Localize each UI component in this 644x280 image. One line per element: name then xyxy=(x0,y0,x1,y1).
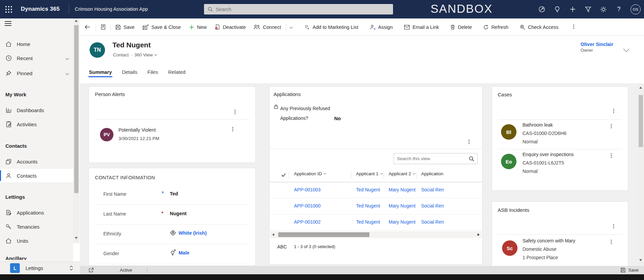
compass-icon[interactable] xyxy=(538,6,545,13)
global-search-input[interactable] xyxy=(216,7,389,12)
add-to-marketing-list-button[interactable]: Add to Marketing List xyxy=(300,21,362,33)
applicant1-link[interactable]: Ted Nugent xyxy=(356,187,380,192)
column-header-application-type[interactable]: Application xyxy=(421,171,443,176)
scroll-up-icon[interactable] xyxy=(75,20,78,22)
jump-bar[interactable]: ABC xyxy=(277,244,287,249)
save-and-close-button[interactable]: Save & Close xyxy=(139,21,185,33)
email-a-link-button[interactable]: Email a Link xyxy=(400,21,443,33)
sidebar-item-home[interactable]: Home xyxy=(0,37,73,51)
card-more-options[interactable] xyxy=(610,223,617,230)
grid-horizontal-scrollbar[interactable] xyxy=(270,231,482,238)
scroll-up-icon[interactable] xyxy=(639,87,642,89)
refresh-button[interactable]: Refresh xyxy=(479,21,512,33)
app-name[interactable]: Crimson Housing Association App xyxy=(75,6,148,12)
chevron-down-icon[interactable] xyxy=(66,72,69,75)
header-expand-chevron-icon[interactable] xyxy=(623,46,629,52)
sidebar-item-pinned[interactable]: Pinned xyxy=(0,66,73,80)
view-search-input[interactable] xyxy=(397,156,466,161)
application-type-link[interactable]: Social Ren xyxy=(421,219,482,225)
last-name-value[interactable]: Nugent xyxy=(170,211,187,216)
form-selector-button[interactable] xyxy=(97,21,110,33)
check-access-button[interactable]: Check Access xyxy=(516,21,562,33)
product-title[interactable]: Dynamics 365 xyxy=(21,6,60,12)
sidebar-item-contacts[interactable]: Contacts xyxy=(0,169,73,182)
tab-files[interactable]: Files xyxy=(147,66,158,79)
sidebar-item-recent[interactable]: Recent xyxy=(0,51,73,65)
footer-save-button[interactable]: Save xyxy=(621,268,639,273)
select-all-checkmark-icon[interactable] xyxy=(281,173,286,177)
alert-avatar[interactable]: PV xyxy=(100,128,113,141)
view-selector[interactable]: 360 View xyxy=(134,52,153,57)
application-id-link[interactable]: APP-001000 xyxy=(294,203,320,208)
new-button[interactable]: New xyxy=(185,21,211,33)
table-row[interactable]: APP-001000 Ted Nugent Mary Nugent Social… xyxy=(269,198,482,215)
scrollbar-thumb[interactable] xyxy=(639,95,643,147)
applicant1-link[interactable]: Ted Nugent xyxy=(356,219,380,225)
scroll-right-icon[interactable] xyxy=(478,233,480,236)
item-more-options[interactable] xyxy=(229,126,236,133)
sidebar-item-accounts[interactable]: Accounts xyxy=(0,155,73,168)
area-switcher-icon[interactable] xyxy=(69,265,74,271)
card-more-options[interactable] xyxy=(465,139,472,146)
gear-icon[interactable] xyxy=(600,6,607,13)
sidebar-item-activities[interactable]: Activities xyxy=(0,118,73,131)
form-scrollbar[interactable] xyxy=(638,84,644,265)
sidebar-item-units[interactable]: Units xyxy=(0,234,73,247)
scroll-down-icon[interactable] xyxy=(75,237,78,239)
refused-applications-value[interactable]: No xyxy=(334,116,341,121)
case-avatar[interactable]: Bl xyxy=(501,124,516,140)
scrollbar-thumb[interactable] xyxy=(278,232,369,237)
lightbulb-icon[interactable] xyxy=(553,6,561,13)
waffle-icon[interactable] xyxy=(5,6,7,7)
case-avatar[interactable]: Eo xyxy=(501,154,516,169)
chevron-down-icon[interactable] xyxy=(66,56,69,60)
column-header-application-id[interactable]: Application ID xyxy=(294,171,326,176)
application-id-link[interactable]: APP-001002 xyxy=(294,219,320,225)
item-more-options[interactable] xyxy=(608,123,614,130)
global-search-box[interactable] xyxy=(204,4,393,14)
list-item[interactable]: Bathroom leak CAS-01000-D2D6H6 Normal xyxy=(523,121,566,146)
item-more-options[interactable] xyxy=(608,152,614,160)
application-type-link[interactable]: Social Ren xyxy=(421,187,482,192)
applicant2-link[interactable]: Mary Nugent xyxy=(389,203,415,208)
assign-button[interactable]: Assign xyxy=(366,21,397,33)
applicant1-link[interactable]: Ted Nugent xyxy=(356,203,380,208)
gender-lookup[interactable]: Male xyxy=(170,249,189,256)
sidebar-item-applications[interactable]: Applications xyxy=(0,206,73,219)
area-switcher[interactable]: L Lettings xyxy=(0,262,80,274)
hamburger-menu-icon[interactable] xyxy=(5,21,11,26)
item-more-options[interactable] xyxy=(608,239,614,246)
list-item[interactable]: Safety concern with Mary Domestic Abuse … xyxy=(523,237,575,262)
applicant2-link[interactable]: Mary Nugent xyxy=(389,187,415,192)
user-avatar[interactable]: OS xyxy=(631,4,641,14)
card-more-options[interactable] xyxy=(232,109,238,116)
application-id-link[interactable]: APP-001003 xyxy=(294,187,320,192)
popout-icon[interactable] xyxy=(89,268,94,273)
plus-icon[interactable] xyxy=(569,6,576,13)
scrollbar-thumb[interactable] xyxy=(74,25,79,193)
record-avatar[interactable]: TN xyxy=(90,42,105,58)
scroll-down-icon[interactable] xyxy=(639,259,642,261)
tab-related[interactable]: Related xyxy=(168,66,186,79)
tab-summary[interactable]: Summary xyxy=(89,66,112,79)
command-overflow-chevron[interactable] xyxy=(287,21,296,33)
owner-link[interactable]: Oliver Sinclair xyxy=(581,42,613,47)
column-header-applicant-2[interactable]: Applicant 2 xyxy=(389,171,415,176)
delete-button[interactable]: Delete xyxy=(446,21,476,33)
column-header-applicant-1[interactable]: Applicant 1 xyxy=(356,171,382,176)
filter-icon[interactable] xyxy=(584,6,592,13)
help-icon[interactable]: ? xyxy=(615,6,623,13)
save-button[interactable]: Save xyxy=(111,21,139,33)
chevron-down-icon[interactable] xyxy=(154,53,157,56)
deactivate-button[interactable]: Deactivate xyxy=(211,21,250,33)
incident-avatar[interactable]: Sc xyxy=(502,240,517,256)
command-more-options[interactable] xyxy=(571,24,577,31)
list-item[interactable]: Potentially Violent 3/30/2021 12:21 PM xyxy=(118,126,159,143)
view-search-box[interactable] xyxy=(394,153,478,164)
sidebar-scrollbar[interactable] xyxy=(73,18,80,243)
ethnicity-lookup[interactable]: White (Irish) xyxy=(170,230,207,236)
applicant2-link[interactable]: Mary Nugent xyxy=(389,219,415,225)
tab-details[interactable]: Details xyxy=(122,66,137,79)
table-row[interactable]: APP-001002 Ted Nugent Mary Nugent Social… xyxy=(269,215,482,231)
application-type-link[interactable]: Social Ren xyxy=(421,203,482,208)
